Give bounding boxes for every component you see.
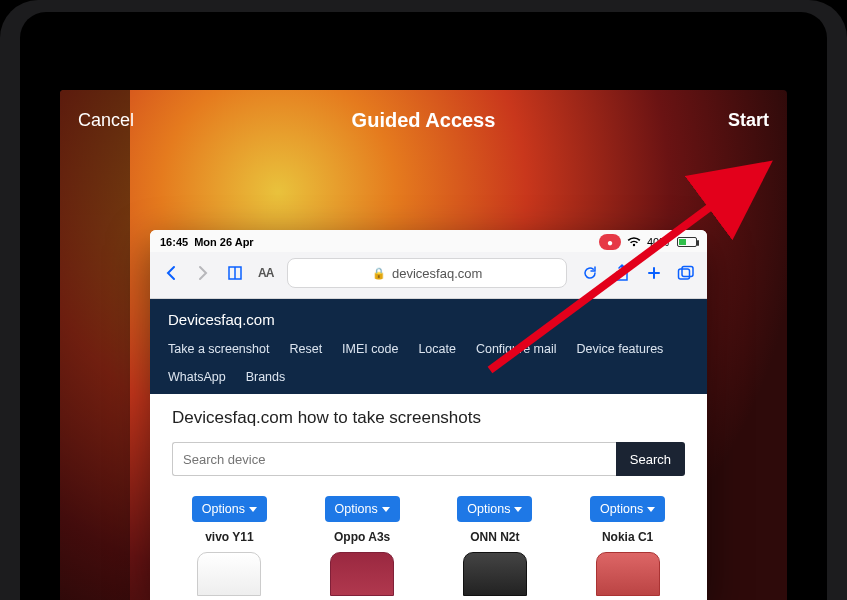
device-thumbnail[interactable] bbox=[463, 552, 527, 596]
nav-link[interactable]: Take a screenshot bbox=[168, 342, 269, 356]
device-name[interactable]: vivo Y11 bbox=[205, 530, 253, 544]
caret-down-icon bbox=[514, 507, 522, 512]
ipad-screen: Cancel Guided Access Start 16:45 Mon 26 … bbox=[60, 90, 787, 600]
site-nav: Devicesfaq.com Take a screenshot Reset I… bbox=[150, 299, 707, 394]
url-domain: devicesfaq.com bbox=[392, 266, 482, 281]
address-bar[interactable]: 🔒 devicesfaq.com bbox=[287, 258, 567, 288]
nav-link[interactable]: IMEI code bbox=[342, 342, 398, 356]
device-thumbnail[interactable] bbox=[197, 552, 261, 596]
search-button[interactable]: Search bbox=[616, 442, 685, 476]
search-input[interactable] bbox=[172, 442, 616, 476]
device-card: Options Oppo A3s bbox=[305, 496, 420, 596]
safari-toolbar: AA 🔒 devicesfaq.com bbox=[150, 252, 707, 299]
site-nav-row: WhatsApp Brands bbox=[168, 370, 689, 384]
status-bar: 16:45 Mon 26 Apr ● 40% bbox=[150, 230, 707, 252]
options-button[interactable]: Options bbox=[192, 496, 267, 522]
nav-link[interactable]: Locate bbox=[418, 342, 456, 356]
site-brand[interactable]: Devicesfaq.com bbox=[168, 311, 689, 328]
search-row: Search bbox=[172, 442, 685, 476]
nav-link[interactable]: WhatsApp bbox=[168, 370, 226, 384]
battery-percent: 40% bbox=[647, 236, 669, 248]
guided-access-title: Guided Access bbox=[352, 109, 496, 132]
device-card: Options vivo Y11 bbox=[172, 496, 287, 596]
new-tab-icon[interactable] bbox=[645, 264, 663, 282]
options-button[interactable]: Options bbox=[590, 496, 665, 522]
status-time: 16:45 bbox=[160, 236, 188, 248]
device-card: Options Nokia C1 bbox=[570, 496, 685, 596]
device-card: Options ONN N2t bbox=[438, 496, 553, 596]
ipad-bezel: Cancel Guided Access Start 16:45 Mon 26 … bbox=[0, 0, 847, 600]
status-date: Mon 26 Apr bbox=[194, 236, 254, 248]
device-cards: Options vivo Y11 Options Oppo A3s Option… bbox=[172, 496, 685, 596]
back-button[interactable] bbox=[162, 264, 180, 282]
caret-down-icon bbox=[249, 507, 257, 512]
options-button[interactable]: Options bbox=[457, 496, 532, 522]
cancel-button[interactable]: Cancel bbox=[78, 110, 134, 131]
device-name[interactable]: Oppo A3s bbox=[334, 530, 390, 544]
battery-icon bbox=[675, 237, 697, 247]
svg-rect-1 bbox=[682, 267, 693, 277]
site-nav-row: Take a screenshot Reset IMEI code Locate… bbox=[168, 342, 689, 356]
device-thumbnail[interactable] bbox=[330, 552, 394, 596]
guided-access-bar: Cancel Guided Access Start bbox=[60, 90, 787, 150]
device-inner-frame: Cancel Guided Access Start 16:45 Mon 26 … bbox=[20, 12, 827, 600]
caret-down-icon bbox=[647, 507, 655, 512]
caret-down-icon bbox=[382, 507, 390, 512]
wallpaper-shadow bbox=[60, 90, 130, 600]
screen-recording-indicator: ● bbox=[599, 234, 621, 250]
options-button[interactable]: Options bbox=[325, 496, 400, 522]
device-thumbnail[interactable] bbox=[596, 552, 660, 596]
wifi-icon bbox=[627, 237, 641, 247]
device-name[interactable]: ONN N2t bbox=[470, 530, 519, 544]
app-preview-window: 16:45 Mon 26 Apr ● 40% bbox=[150, 230, 707, 600]
forward-button bbox=[194, 264, 212, 282]
bookmarks-icon[interactable] bbox=[226, 264, 244, 282]
page-content: Devicesfaq.com how to take screenshots S… bbox=[150, 394, 707, 600]
nav-link[interactable]: Brands bbox=[246, 370, 286, 384]
svg-rect-0 bbox=[679, 269, 690, 279]
tabs-icon[interactable] bbox=[677, 264, 695, 282]
page-heading: Devicesfaq.com how to take screenshots bbox=[172, 408, 685, 428]
lock-icon: 🔒 bbox=[372, 267, 386, 280]
share-icon[interactable] bbox=[613, 264, 631, 282]
nav-link[interactable]: Configure mail bbox=[476, 342, 557, 356]
text-size-button[interactable]: AA bbox=[258, 266, 273, 280]
reload-button[interactable] bbox=[581, 264, 599, 282]
nav-link[interactable]: Device features bbox=[577, 342, 664, 356]
device-name[interactable]: Nokia C1 bbox=[602, 530, 653, 544]
nav-link[interactable]: Reset bbox=[289, 342, 322, 356]
start-button[interactable]: Start bbox=[728, 110, 769, 131]
